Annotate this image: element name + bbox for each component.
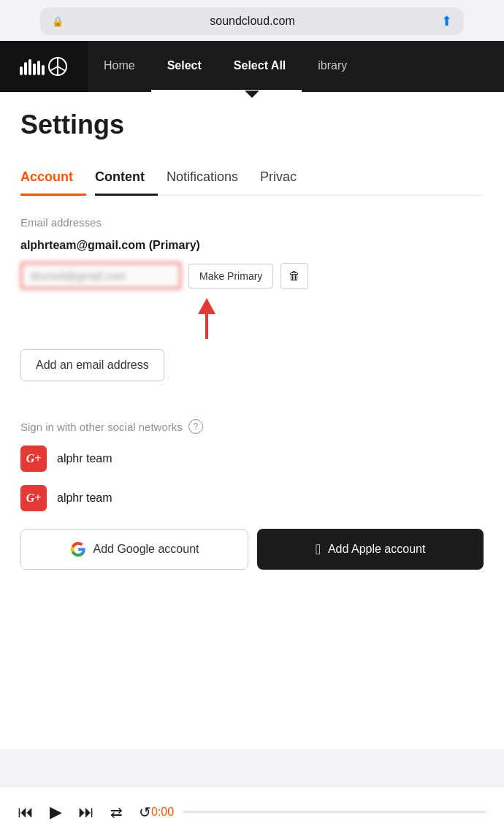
- logo-area[interactable]: [0, 41, 88, 92]
- page-title: Settings: [20, 110, 484, 140]
- play-button[interactable]: ▶: [50, 803, 62, 822]
- nav-item-library[interactable]: ibrary: [302, 41, 363, 92]
- svg-rect-5: [42, 65, 45, 75]
- social-account-row-1: G+ alphr team: [20, 446, 484, 472]
- browser-bar: 🔒 soundcloud.com ⬆: [0, 0, 504, 41]
- delete-email-button[interactable]: 🗑: [280, 263, 308, 289]
- social-section-label: Sign in with other social networks ?: [20, 419, 484, 434]
- svg-rect-2: [28, 59, 31, 75]
- email-section-label: Email addresses: [20, 216, 484, 229]
- secondary-email-row: blurred@gmail.com Make Primary 🗑: [20, 262, 484, 289]
- social-account-name-1: alphr team: [57, 452, 112, 465]
- url-bar[interactable]: 🔒 soundcloud.com ⬆: [40, 7, 464, 35]
- svg-rect-3: [33, 64, 36, 75]
- nav-bar: Home Select Select All ibrary: [0, 41, 504, 92]
- add-google-button[interactable]: Add Google account: [20, 529, 248, 570]
- shuffle-button[interactable]: ⇄: [110, 803, 123, 821]
- apple-icon: : [316, 542, 321, 557]
- svg-rect-0: [20, 66, 23, 75]
- skip-forward-button[interactable]: ⏭: [78, 803, 94, 822]
- svg-line-9: [58, 66, 65, 71]
- player-time: 0:00: [151, 806, 174, 819]
- nav-item-select-all[interactable]: Select All: [218, 41, 302, 92]
- tab-account[interactable]: Account: [20, 161, 86, 196]
- svg-rect-1: [24, 62, 27, 75]
- skip-back-button[interactable]: ⏮: [18, 803, 34, 822]
- nav-items: Home Select Select All ibrary: [88, 41, 504, 92]
- share-icon[interactable]: ⬆: [441, 13, 452, 29]
- add-google-label: Add Google account: [93, 543, 199, 556]
- secondary-email-box[interactable]: blurred@gmail.com: [20, 262, 181, 289]
- primary-email: alphrteam@gmail.com (Primary): [20, 239, 484, 252]
- add-email-button[interactable]: Add an email address: [20, 349, 164, 381]
- player-progress-bar[interactable]: [183, 811, 486, 813]
- soundcloud-logo: [18, 52, 69, 81]
- nav-item-select[interactable]: Select: [151, 41, 218, 92]
- help-icon[interactable]: ?: [188, 419, 203, 434]
- player-controls: ⏮ ▶ ⏭ ⇄ ↺: [18, 803, 151, 822]
- nav-item-home[interactable]: Home: [88, 41, 151, 92]
- repeat-button[interactable]: ↺: [139, 803, 151, 821]
- tab-notifications[interactable]: Notifications: [167, 161, 251, 196]
- google-plus-icon-1: G+: [20, 446, 47, 472]
- google-icon: [70, 541, 86, 557]
- bottom-buttons: Add Google account  Add Apple account: [20, 529, 484, 570]
- main-content: Settings Account Content Notifications P…: [0, 92, 504, 749]
- lock-icon: 🔒: [52, 16, 64, 27]
- make-primary-button[interactable]: Make Primary: [188, 264, 273, 288]
- add-apple-button[interactable]:  Add Apple account: [257, 529, 484, 570]
- url-text: soundcloud.com: [68, 15, 437, 28]
- google-plus-icon-2: G+: [20, 485, 47, 511]
- add-apple-label: Add Apple account: [328, 543, 425, 556]
- social-account-name-2: alphr team: [57, 492, 112, 505]
- settings-tabs: Account Content Notifications Privac: [20, 161, 484, 196]
- tab-content[interactable]: Content: [95, 161, 158, 196]
- player-bar: ⏮ ▶ ⏭ ⇄ ↺ 0:00: [0, 786, 504, 837]
- svg-rect-4: [37, 61, 40, 75]
- trash-icon: 🗑: [289, 270, 300, 282]
- svg-line-8: [50, 66, 58, 71]
- arrow-annotation: [196, 298, 484, 342]
- arrow-up-icon: [196, 298, 218, 342]
- tab-privacy[interactable]: Privac: [260, 161, 310, 196]
- social-account-row-2: G+ alphr team: [20, 485, 484, 511]
